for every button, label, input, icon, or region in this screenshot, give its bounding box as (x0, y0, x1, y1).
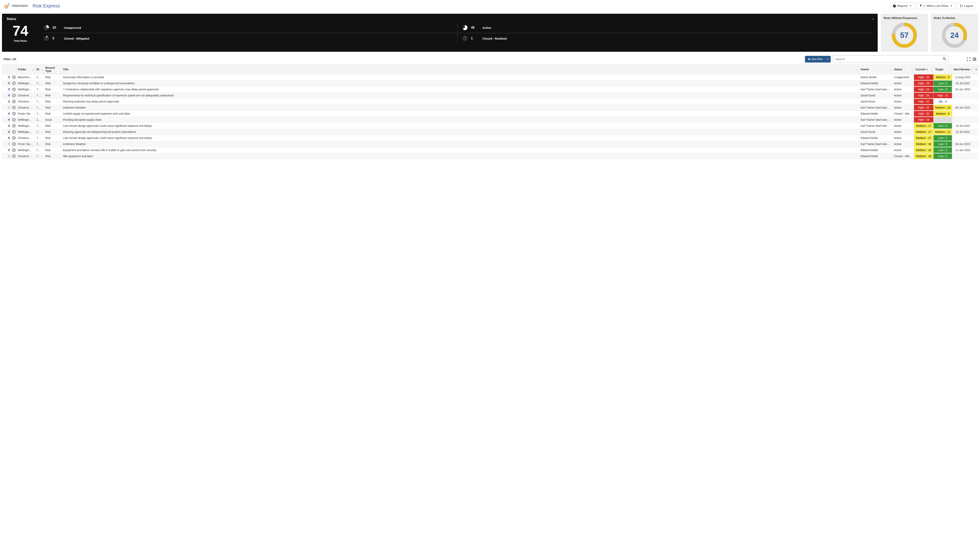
col-status[interactable]: Status⌄ (892, 65, 914, 74)
col-current[interactable]: Current▼⌄ (914, 65, 934, 74)
note-icon[interactable] (12, 130, 16, 134)
cell-next-review: 23 Jul 2022 (952, 129, 974, 135)
new-risk-dropdown-toggle[interactable]: ▼ (824, 56, 830, 62)
table-row[interactable]: Chestnut Hi…7281RiskInclement WeatherKar… (2, 105, 978, 111)
grid-view-icon[interactable] (972, 57, 977, 61)
pie-chart-icon (893, 4, 896, 8)
new-risk-button[interactable]: ✱ New Risk (805, 56, 826, 62)
col-next-review[interactable]: Next Review⌄ (952, 65, 974, 74)
table-row[interactable]: Wellington …7302RiskPlanning approvals a… (2, 129, 978, 135)
runner-icon[interactable] (8, 100, 11, 103)
status-item-count: 5 (52, 37, 60, 40)
gauge-title: Risks Without Responses (884, 16, 917, 20)
note-icon[interactable] (12, 154, 16, 158)
runner-icon[interactable] (8, 94, 11, 97)
logout-button[interactable]: Logout (957, 2, 976, 9)
runner-icon[interactable] (8, 112, 11, 115)
cell-owner: Edward Muller (859, 153, 892, 159)
status-item[interactable]: 1Closed - Realized (457, 33, 873, 44)
runner-icon[interactable] (8, 75, 11, 79)
note-icon[interactable] (12, 148, 16, 152)
cell-folder: Porter Station (16, 111, 35, 117)
status-item-label: Unapproved (64, 26, 81, 29)
current-badge: High : 20 (914, 111, 933, 116)
note-icon[interactable] (12, 136, 16, 140)
search-icon[interactable] (940, 57, 948, 61)
runner-icon[interactable] (8, 106, 11, 109)
status-expand-chevron-icon[interactable]: › (873, 17, 874, 21)
note-icon[interactable] (12, 100, 16, 103)
runner-icon[interactable] (8, 81, 11, 85)
cell-status: Active (892, 117, 914, 123)
runner-icon[interactable] (8, 88, 11, 91)
gauge-title: Risks To Review (934, 16, 955, 20)
status-item[interactable]: 48Active (457, 22, 873, 33)
cell-owner: Karl Trainer (karl.trainer@… (859, 123, 892, 129)
cell-next-review: 04 Jun 2022 (952, 105, 974, 111)
table-row[interactable]: Chestnut Hi…7323RiskLast minute design a… (2, 135, 978, 141)
cell-current: High : 20 (914, 105, 934, 111)
note-icon[interactable] (12, 124, 16, 127)
donut-chart: 57 (891, 22, 918, 49)
table-row[interactable]: Chestnut Hi…7326RiskIdle equipment and l… (2, 153, 978, 159)
runner-icon[interactable] (8, 130, 11, 134)
runner-icon[interactable] (8, 142, 11, 146)
note-icon[interactable] (12, 118, 16, 121)
search-input[interactable] (833, 56, 940, 63)
note-icon[interactable] (12, 88, 16, 91)
current-badge: High : 24 (914, 87, 933, 92)
note-icon[interactable] (12, 142, 16, 146)
table-row[interactable]: Wellington …7296RiskEquipment and labour… (2, 147, 978, 153)
table-row[interactable]: Wellington …7293RiskLast minute design a… (2, 123, 978, 129)
cell-record-type: Risk (44, 123, 61, 129)
app-header: riskonnect Risk Express Reports ▼ 1. Met… (0, 0, 980, 12)
runner-icon[interactable] (8, 118, 11, 121)
target-badge: Medium : 9 (934, 111, 952, 116)
cell-target: Medium : 9 (934, 111, 952, 117)
col-folder[interactable]: Folder⌄ (16, 65, 35, 74)
status-total-value: 74 (13, 24, 28, 38)
cell-record-type: Risk (44, 153, 61, 159)
filter-view-dropdown[interactable]: 1. Metro Line Risks ▼ (916, 2, 955, 9)
table-row[interactable]: Porter Station7295RiskLimited supply of … (2, 111, 978, 117)
table-row[interactable]: Porter Station7281RiskInclement WeatherK… (2, 141, 978, 147)
col-options[interactable]: ≡ (974, 65, 978, 74)
table-row[interactable]: Chestnut Hi…7327RiskPlanning authority m… (2, 99, 978, 105)
reports-button[interactable]: Reports ▼ (890, 2, 914, 9)
col-title[interactable]: Title⌄ (61, 65, 859, 74)
note-icon[interactable] (12, 75, 16, 79)
cell-status: Active (892, 129, 914, 135)
runner-icon[interactable] (8, 154, 11, 158)
table-row[interactable]: Wellington …7292RiskDangerous structural… (2, 80, 978, 86)
cell-target: Low : 3 (934, 86, 952, 92)
runner-icon[interactable] (8, 124, 11, 127)
note-icon[interactable] (12, 112, 16, 115)
table-row[interactable]: Wellington …10128IssueFlooding disrupted… (2, 117, 978, 123)
cell-status: Closed - Mitigat… (892, 111, 914, 117)
target-badge: Medium : 10 (934, 105, 952, 110)
note-icon[interactable] (12, 81, 16, 85)
runner-icon[interactable] (8, 148, 11, 152)
chevron-down-icon: ⌄ (911, 68, 913, 70)
cell-next-review: 04 Jun 2022 (952, 141, 974, 147)
col-blank-3 (11, 65, 16, 74)
note-icon[interactable] (12, 94, 16, 97)
cell-status: Active (892, 135, 914, 141)
note-icon[interactable] (12, 106, 16, 109)
cell-target: Low : 5 (934, 141, 952, 147)
donut-chart: 24 (941, 22, 968, 49)
cell-title: Inaccurate information is provided (61, 74, 859, 80)
table-row[interactable]: Beachmont …10826RiskInaccurate informati… (2, 74, 978, 80)
col-id[interactable]: ID⌄ (35, 65, 44, 74)
col-owner[interactable]: Owner⌄ (859, 65, 892, 74)
runner-icon[interactable] (8, 136, 11, 140)
cell-folder: Wellington … (16, 123, 35, 129)
status-item[interactable]: 5Closed - Mitigated (42, 33, 457, 44)
risks-table: Folder⌄ ID⌄ Record Type Title⌄ Owner⌄ St… (2, 64, 978, 159)
table-row[interactable]: Wellington …7297Risk* Contentious relati… (2, 86, 978, 92)
fullscreen-icon[interactable] (967, 57, 970, 61)
col-record-type[interactable]: Record Type (44, 65, 61, 74)
table-row[interactable]: Chestnut Hi…7331RiskRequirements for tec… (2, 92, 978, 99)
col-target[interactable]: Target⌄ (934, 65, 952, 74)
status-item[interactable]: 20Unapproved (42, 22, 457, 33)
